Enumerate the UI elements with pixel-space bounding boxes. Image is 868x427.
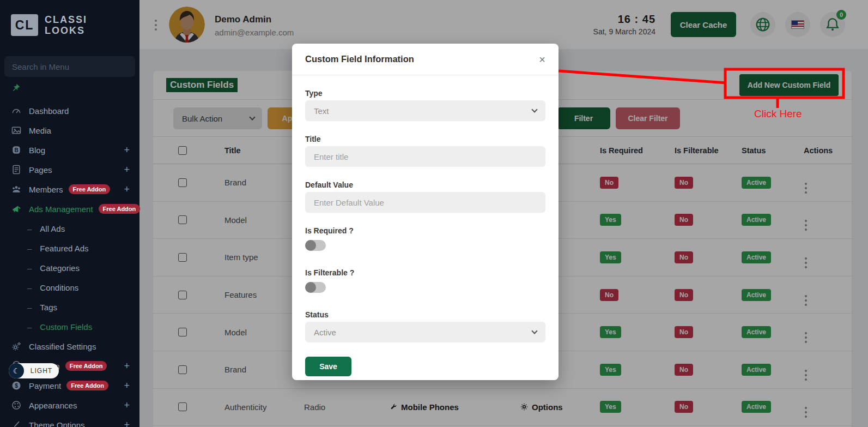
sidebar-item-label: Appearances [29,401,77,410]
title-input[interactable] [305,146,545,167]
sidebar-item-label: Members [29,185,63,194]
modal-title: Custom Field Information [305,54,414,64]
type-select[interactable]: Text [305,100,545,121]
free-addon-badge: Free Addon [66,381,108,390]
gauge-icon [11,105,22,116]
is-filterable-label: Is Filterable ? [305,268,545,277]
sidebar-item-label: Pages [29,165,52,175]
default-value-label: Default Value [305,181,545,189]
sidebar: CL Classi Looks Dashboard Media Blog + P… [0,0,139,427]
default-value-input[interactable] [305,192,545,213]
free-addon-badge: Free Addon [69,184,111,194]
dash-icon: – [27,244,32,253]
theme-toggle-label: LIGHT [24,367,59,375]
sidebar-item-label: Ads Management [29,205,93,214]
is-required-label: Is Required ? [305,226,545,235]
sidebar-item-payment[interactable]: Payment Free Addon + [0,376,139,395]
sidebar-item-appearances[interactable]: Appearances + [0,395,139,415]
expander-icon[interactable]: + [124,419,130,427]
theme-toggle[interactable]: ☾ LIGHT [9,363,59,378]
sidebar-subitem-label: All Ads [40,224,65,233]
sidebar-subitem-label: Custom Fields [40,322,92,332]
sidebar-item-dashboard[interactable]: Dashboard [0,101,139,121]
gears-icon [11,341,22,352]
dash-icon: – [27,303,32,312]
sidebar-search-input[interactable] [4,56,135,77]
moon-icon: ☾ [9,363,24,378]
custom-field-modal: Custom Field Information × Type Text Tit… [292,44,559,380]
sidebar-subitem[interactable]: – Conditions [0,278,139,297]
sidebar-item-label: Dashboard [29,106,69,116]
logo-line1: Classi [45,14,87,25]
status-label: Status [305,310,545,319]
sidebar-subitem-label: Tags [40,303,57,312]
sidebar-item-blog[interactable]: Blog + [0,140,139,160]
dollar-icon [11,380,22,391]
app-logo[interactable]: CL Classi Looks [0,0,139,36]
blog-icon [11,145,22,155]
logo-line2: Looks [45,25,87,36]
dash-icon: – [27,263,32,273]
sidebar-item-classified-settings[interactable]: Classified Settings [0,336,139,356]
sidebar-subitem[interactable]: – Categories [0,258,139,278]
brush-icon [11,419,22,427]
expander-icon[interactable]: + [124,400,130,411]
sidebar-item-theme-options[interactable]: Theme Options + [0,415,139,427]
sidebar-item-media[interactable]: Media [0,121,139,140]
expander-icon[interactable]: + [124,184,130,195]
sidebar-subitem[interactable]: – Tags [0,297,139,317]
dash-icon: – [27,322,32,332]
sidebar-item-label: Classified Settings [29,342,96,351]
free-addon-badge: Free Addon [99,204,141,214]
title-label: Title [305,135,545,143]
save-button[interactable]: Save [305,357,351,376]
status-select[interactable]: Active [305,322,545,342]
expander-icon[interactable]: + [124,380,130,392]
sidebar-subitem[interactable]: – All Ads [0,219,139,238]
media-icon [11,125,22,136]
sidebar-item-ads-management[interactable]: Ads Management Free Addon – [0,199,139,219]
sidebar-subitem-label: Conditions [40,283,78,292]
pushpin-icon[interactable] [11,83,21,93]
sidebar-item-label: Blog [29,146,45,155]
is-required-toggle[interactable] [305,240,326,251]
dash-icon: – [27,283,32,292]
sidebar-item-pages[interactable]: Pages + [0,160,139,179]
sidebar-item-label: Payment [29,381,61,390]
sidebar-item-label: Media [29,126,51,135]
megaphone-icon [11,203,22,214]
sidebar-subitem-label: Featured Ads [40,244,88,253]
close-icon[interactable]: × [539,54,545,65]
is-filterable-toggle[interactable] [305,282,326,293]
free-addon-badge: Free Addon [65,361,107,371]
dash-icon: – [27,224,32,233]
sidebar-item-members[interactable]: Members Free Addon + [0,179,139,199]
expander-icon[interactable]: + [124,145,130,156]
expander-icon[interactable]: + [124,164,130,176]
sidebar-subitem[interactable]: – Featured Ads [0,238,139,258]
expander-icon[interactable]: – [124,203,130,215]
chevron-down-icon [531,328,537,334]
sidebar-item-label: Theme Options [29,420,85,427]
appearance-icon [11,400,22,411]
pages-icon [11,164,22,175]
sidebar-subitem[interactable]: – Custom Fields [0,317,139,336]
logo-initials: CL [11,14,38,36]
chevron-down-icon [531,106,537,112]
sidebar-subitem-label: Categories [40,263,80,273]
type-label: Type [305,89,545,98]
members-icon [11,184,22,195]
expander-icon[interactable]: + [124,360,130,372]
